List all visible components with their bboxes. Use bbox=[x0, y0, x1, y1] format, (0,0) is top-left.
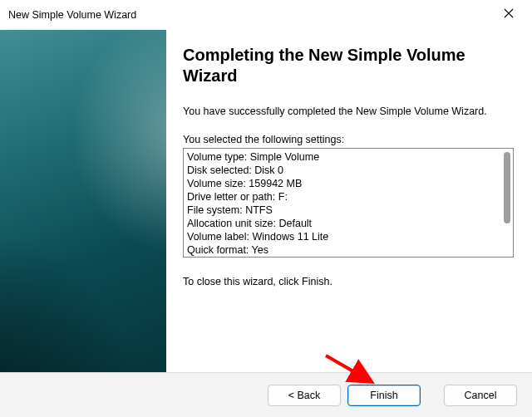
settings-listbox[interactable]: Volume type: Simple Volume Disk selected… bbox=[183, 148, 514, 258]
close-icon bbox=[504, 8, 514, 18]
content-area: Completing the New Simple Volume Wizard … bbox=[0, 30, 532, 372]
close-note: To close this wizard, click Finish. bbox=[183, 276, 514, 287]
list-item: Quick format: Yes bbox=[187, 243, 496, 257]
intro-text: You have successfully completed the New … bbox=[183, 105, 514, 119]
list-item: Allocation unit size: Default bbox=[187, 217, 496, 230]
titlebar: New Simple Volume Wizard bbox=[0, 0, 532, 30]
button-row: < Back Finish Cancel bbox=[0, 372, 532, 417]
settings-list: Volume type: Simple Volume Disk selected… bbox=[187, 150, 496, 257]
list-item: Drive letter or path: F: bbox=[187, 190, 496, 204]
window-title: New Simple Volume Wizard bbox=[8, 9, 490, 21]
list-item: Disk selected: Disk 0 bbox=[187, 164, 496, 177]
cancel-button[interactable]: Cancel bbox=[444, 385, 517, 406]
wizard-side-image bbox=[0, 30, 166, 372]
page-heading: Completing the New Simple Volume Wizard bbox=[183, 45, 514, 86]
scrollbar-thumb[interactable] bbox=[504, 152, 510, 223]
close-button[interactable] bbox=[490, 1, 527, 26]
back-button[interactable]: < Back bbox=[268, 385, 341, 406]
list-item: Volume label: Windows 11 Lite bbox=[187, 230, 496, 243]
settings-label: You selected the following settings: bbox=[183, 134, 514, 145]
main-panel: Completing the New Simple Volume Wizard … bbox=[166, 30, 532, 372]
list-item: Volume size: 159942 MB bbox=[187, 177, 496, 190]
list-item: Volume type: Simple Volume bbox=[187, 150, 496, 164]
finish-button[interactable]: Finish bbox=[347, 385, 421, 406]
list-item: File system: NTFS bbox=[187, 204, 496, 217]
